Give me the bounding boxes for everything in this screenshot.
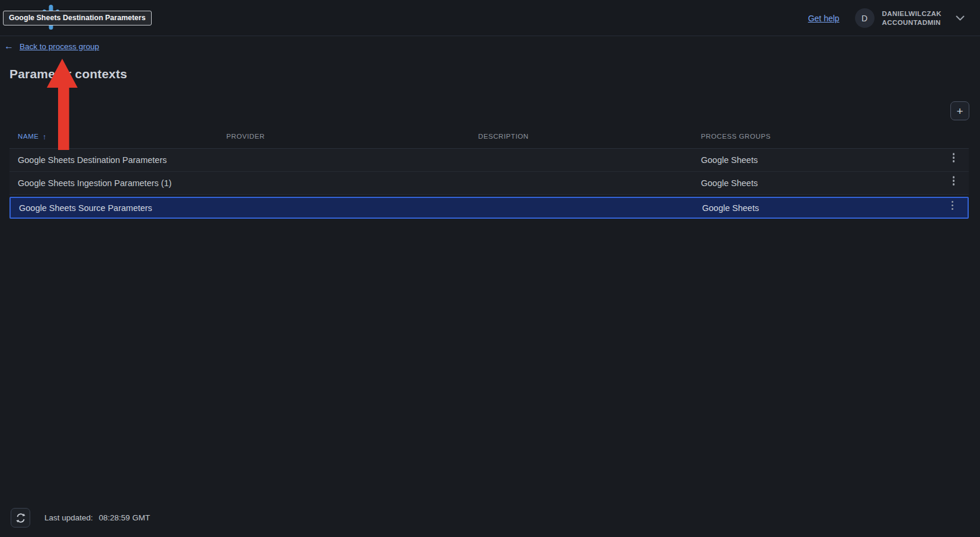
column-header-name-label: NAME bbox=[18, 133, 39, 140]
top-bar-right: Get help D DANIELWILCZAK ACCOUNTADMIN bbox=[808, 0, 965, 36]
last-updated-time: 08:28:59 GMT bbox=[99, 513, 150, 522]
refresh-button[interactable] bbox=[11, 508, 30, 528]
user-name: DANIELWILCZAK bbox=[882, 9, 941, 18]
avatar[interactable]: D bbox=[855, 8, 875, 28]
kebab-menu-icon[interactable] bbox=[953, 176, 955, 178]
back-link[interactable]: ← Back to process group bbox=[4, 41, 99, 52]
table-row[interactable]: Google Sheets Destination Parameters Goo… bbox=[9, 149, 969, 172]
table-row[interactable]: Google Sheets Ingestion Parameters (1) G… bbox=[9, 172, 969, 195]
arrow-left-icon: ← bbox=[4, 41, 14, 52]
kebab-menu-icon[interactable] bbox=[952, 201, 954, 203]
add-parameter-context-button[interactable]: + bbox=[950, 101, 969, 120]
last-updated-label: Last updated: bbox=[44, 513, 93, 522]
cell-process-groups: Google Sheets bbox=[701, 178, 941, 188]
column-header-name[interactable]: NAME ↑ bbox=[9, 132, 226, 141]
cell-name: Google Sheets Ingestion Parameters (1) bbox=[9, 178, 226, 188]
column-header-process-groups[interactable]: PROCESS GROUPS bbox=[701, 133, 941, 140]
user-menu[interactable]: DANIELWILCZAK ACCOUNTADMIN bbox=[882, 9, 941, 27]
plus-icon: + bbox=[956, 106, 963, 117]
user-role: ACCOUNTADMIN bbox=[882, 18, 941, 27]
table-header-row: NAME ↑ PROVIDER DESCRIPTION PROCESS GROU… bbox=[9, 124, 969, 149]
cell-name: Google Sheets Source Parameters bbox=[11, 203, 228, 213]
chevron-down-icon[interactable] bbox=[956, 15, 965, 21]
kebab-menu-icon[interactable] bbox=[953, 153, 955, 155]
get-help-link[interactable]: Get help bbox=[808, 14, 840, 23]
top-bar: Google Sheets Destination Parameters Get… bbox=[0, 0, 980, 36]
sort-ascending-icon[interactable]: ↑ bbox=[43, 132, 47, 141]
back-link-label: Back to process group bbox=[20, 42, 99, 51]
table-row-selected[interactable]: Google Sheets Source Parameters Google S… bbox=[9, 197, 969, 219]
app-root: Google Sheets Destination Parameters Get… bbox=[0, 0, 980, 537]
status-footer: Last updated: 08:28:59 GMT bbox=[11, 508, 150, 528]
parameter-contexts-table: NAME ↑ PROVIDER DESCRIPTION PROCESS GROU… bbox=[9, 124, 969, 219]
cell-name: Google Sheets Destination Parameters bbox=[9, 155, 226, 165]
page-title: Parameter contexts bbox=[9, 67, 127, 81]
refresh-icon bbox=[16, 513, 25, 523]
tooltip: Google Sheets Destination Parameters bbox=[3, 11, 152, 25]
cell-process-groups: Google Sheets bbox=[701, 155, 941, 165]
column-header-description[interactable]: DESCRIPTION bbox=[478, 133, 701, 140]
cell-process-groups: Google Sheets bbox=[702, 203, 940, 213]
column-header-provider[interactable]: PROVIDER bbox=[226, 133, 478, 140]
